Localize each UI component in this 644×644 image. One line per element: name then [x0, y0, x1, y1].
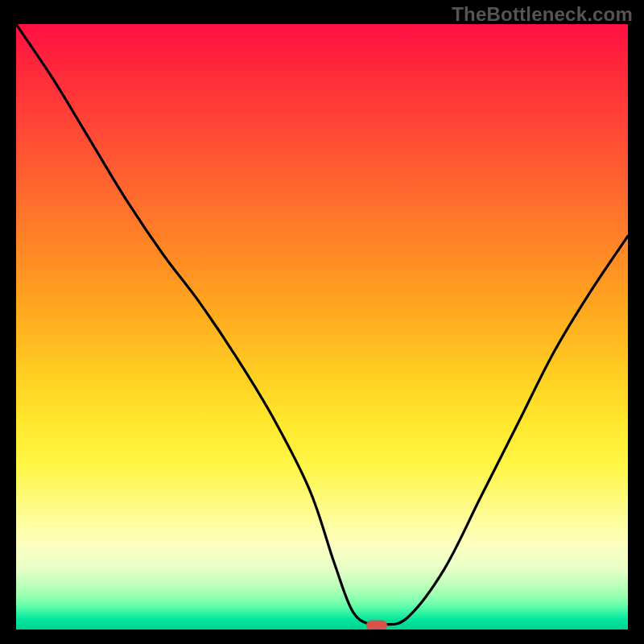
- plot-area: [16, 24, 628, 630]
- attribution-label: TheBottleneck.com: [452, 3, 633, 26]
- bottleneck-curve: [16, 24, 628, 630]
- chart-frame: TheBottleneck.com: [0, 0, 644, 644]
- minimum-marker: [366, 621, 387, 630]
